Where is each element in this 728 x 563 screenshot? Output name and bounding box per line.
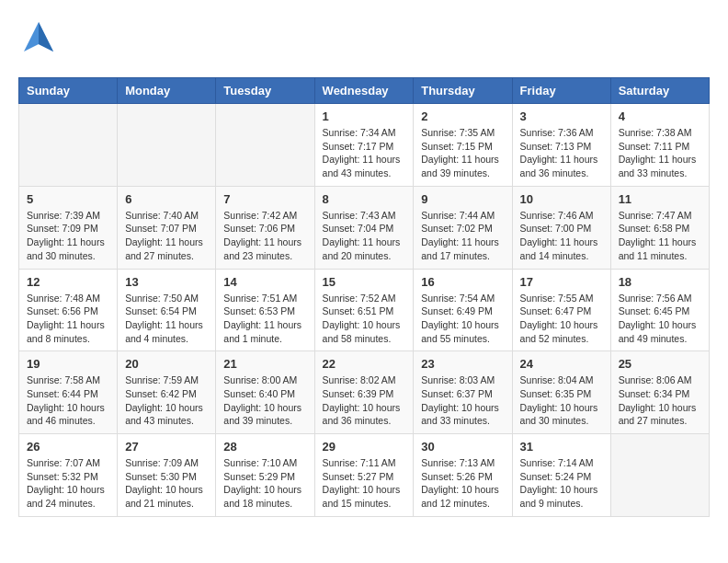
calendar-week-row: 5Sunrise: 7:39 AM Sunset: 7:09 PM Daylig… [19,186,710,269]
day-number: 18 [619,275,701,289]
day-info: Sunrise: 8:02 AM Sunset: 6:39 PM Dayligh… [323,373,406,428]
day-info: Sunrise: 7:40 AM Sunset: 7:07 PM Dayligh… [125,209,208,263]
day-info: Sunrise: 7:10 AM Sunset: 5:29 PM Dayligh… [223,456,306,511]
day-info: Sunrise: 7:13 AM Sunset: 5:26 PM Dayligh… [421,456,504,511]
calendar-cell: 10Sunrise: 7:46 AM Sunset: 7:00 PM Dayli… [512,186,610,269]
calendar-cell: 4Sunrise: 7:38 AM Sunset: 7:11 PM Daylig… [610,104,709,187]
calendar-cell: 15Sunrise: 7:52 AM Sunset: 6:51 PM Dayli… [314,269,414,351]
day-info: Sunrise: 7:54 AM Sunset: 6:49 PM Dayligh… [421,292,504,346]
calendar-cell: 7Sunrise: 7:42 AM Sunset: 7:06 PM Daylig… [216,186,314,269]
day-number: 16 [421,275,504,289]
calendar-cell: 5Sunrise: 7:39 AM Sunset: 7:09 PM Daylig… [19,186,118,269]
calendar-cell [610,434,709,517]
day-number: 17 [520,275,603,289]
day-number: 25 [619,357,701,371]
calendar-week-row: 12Sunrise: 7:48 AM Sunset: 6:56 PM Dayli… [19,269,710,351]
day-number: 20 [125,357,208,371]
calendar-cell [19,104,118,187]
day-number: 2 [421,109,504,123]
calendar-header-row: SundayMondayTuesdayWednesdayThursdayFrid… [19,78,710,104]
logo-bird-icon [18,18,59,63]
calendar-cell: 26Sunrise: 7:07 AM Sunset: 5:32 PM Dayli… [19,434,118,517]
day-number: 21 [223,357,306,371]
calendar-week-row: 19Sunrise: 7:58 AM Sunset: 6:44 PM Dayli… [19,351,710,434]
day-info: Sunrise: 7:07 AM Sunset: 5:32 PM Dayligh… [27,456,109,511]
calendar-cell: 1Sunrise: 7:34 AM Sunset: 7:17 PM Daylig… [314,104,414,187]
day-number: 29 [323,440,406,454]
day-info: Sunrise: 7:58 AM Sunset: 6:44 PM Dayligh… [27,373,109,428]
day-info: Sunrise: 8:04 AM Sunset: 6:35 PM Dayligh… [520,373,603,428]
day-number: 6 [125,192,208,206]
calendar-cell: 9Sunrise: 7:44 AM Sunset: 7:02 PM Daylig… [414,186,512,269]
day-number: 3 [520,109,603,123]
day-number: 15 [323,275,406,289]
calendar-cell: 3Sunrise: 7:36 AM Sunset: 7:13 PM Daylig… [512,104,610,187]
day-info: Sunrise: 7:42 AM Sunset: 7:06 PM Dayligh… [223,209,306,263]
calendar-header-saturday: Saturday [610,78,709,104]
day-info: Sunrise: 7:39 AM Sunset: 7:09 PM Dayligh… [27,209,109,263]
day-number: 9 [421,192,504,206]
calendar-cell: 13Sunrise: 7:50 AM Sunset: 6:54 PM Dayli… [118,269,216,351]
day-number: 27 [125,440,208,454]
day-info: Sunrise: 7:38 AM Sunset: 7:11 PM Dayligh… [619,126,701,180]
day-info: Sunrise: 7:55 AM Sunset: 6:47 PM Dayligh… [520,292,603,346]
day-info: Sunrise: 7:51 AM Sunset: 6:53 PM Dayligh… [223,292,306,346]
calendar-cell: 28Sunrise: 7:10 AM Sunset: 5:29 PM Dayli… [216,434,314,517]
day-number: 14 [223,275,306,289]
calendar-cell: 12Sunrise: 7:48 AM Sunset: 6:56 PM Dayli… [19,269,118,351]
calendar-header-wednesday: Wednesday [314,78,414,104]
day-info: Sunrise: 8:00 AM Sunset: 6:40 PM Dayligh… [223,373,306,428]
calendar-header-thursday: Thursday [414,78,512,104]
day-info: Sunrise: 7:48 AM Sunset: 6:56 PM Dayligh… [27,292,109,346]
day-info: Sunrise: 7:46 AM Sunset: 7:00 PM Dayligh… [520,209,603,263]
calendar-cell: 18Sunrise: 7:56 AM Sunset: 6:45 PM Dayli… [610,269,709,351]
calendar-cell [118,104,216,187]
day-number: 12 [27,275,109,289]
calendar-header-sunday: Sunday [19,78,118,104]
day-number: 23 [421,357,504,371]
day-info: Sunrise: 7:11 AM Sunset: 5:27 PM Dayligh… [323,456,406,511]
day-info: Sunrise: 7:59 AM Sunset: 6:42 PM Dayligh… [125,373,208,428]
day-number: 10 [520,192,603,206]
calendar-cell: 8Sunrise: 7:43 AM Sunset: 7:04 PM Daylig… [314,186,414,269]
day-info: Sunrise: 8:03 AM Sunset: 6:37 PM Dayligh… [421,373,504,428]
day-number: 7 [223,192,306,206]
calendar-cell: 6Sunrise: 7:40 AM Sunset: 7:07 PM Daylig… [118,186,216,269]
day-info: Sunrise: 7:34 AM Sunset: 7:17 PM Dayligh… [323,126,406,180]
day-info: Sunrise: 7:50 AM Sunset: 6:54 PM Dayligh… [125,292,208,346]
day-number: 1 [323,109,406,123]
calendar-cell: 27Sunrise: 7:09 AM Sunset: 5:30 PM Dayli… [118,434,216,517]
svg-marker-1 [39,22,53,52]
day-number: 8 [323,192,406,206]
calendar-cell [216,104,314,187]
page-header [18,18,710,63]
day-info: Sunrise: 7:52 AM Sunset: 6:51 PM Dayligh… [323,292,406,346]
day-info: Sunrise: 7:47 AM Sunset: 6:58 PM Dayligh… [619,209,701,263]
calendar-cell: 29Sunrise: 7:11 AM Sunset: 5:27 PM Dayli… [314,434,414,517]
day-number: 24 [520,357,603,371]
calendar-week-row: 1Sunrise: 7:34 AM Sunset: 7:17 PM Daylig… [19,104,710,187]
day-info: Sunrise: 7:43 AM Sunset: 7:04 PM Dayligh… [323,209,406,263]
day-info: Sunrise: 7:35 AM Sunset: 7:15 PM Dayligh… [421,126,504,180]
calendar-cell: 31Sunrise: 7:14 AM Sunset: 5:24 PM Dayli… [512,434,610,517]
day-info: Sunrise: 7:14 AM Sunset: 5:24 PM Dayligh… [520,456,603,511]
calendar-cell: 24Sunrise: 8:04 AM Sunset: 6:35 PM Dayli… [512,351,610,434]
day-info: Sunrise: 8:06 AM Sunset: 6:34 PM Dayligh… [619,373,701,428]
calendar-cell: 22Sunrise: 8:02 AM Sunset: 6:39 PM Dayli… [314,351,414,434]
day-info: Sunrise: 7:44 AM Sunset: 7:02 PM Dayligh… [421,209,504,263]
calendar-cell: 16Sunrise: 7:54 AM Sunset: 6:49 PM Dayli… [414,269,512,351]
calendar-cell: 21Sunrise: 8:00 AM Sunset: 6:40 PM Dayli… [216,351,314,434]
calendar-header-friday: Friday [512,78,610,104]
day-number: 26 [27,440,109,454]
calendar-cell: 20Sunrise: 7:59 AM Sunset: 6:42 PM Dayli… [118,351,216,434]
calendar-header-monday: Monday [118,78,216,104]
calendar-cell: 14Sunrise: 7:51 AM Sunset: 6:53 PM Dayli… [216,269,314,351]
logo [18,18,66,63]
day-number: 11 [619,192,701,206]
day-number: 4 [619,109,701,123]
calendar-cell: 25Sunrise: 8:06 AM Sunset: 6:34 PM Dayli… [610,351,709,434]
calendar-cell: 19Sunrise: 7:58 AM Sunset: 6:44 PM Dayli… [19,351,118,434]
calendar-table: SundayMondayTuesdayWednesdayThursdayFrid… [18,77,710,517]
calendar-header-tuesday: Tuesday [216,78,314,104]
day-number: 28 [223,440,306,454]
